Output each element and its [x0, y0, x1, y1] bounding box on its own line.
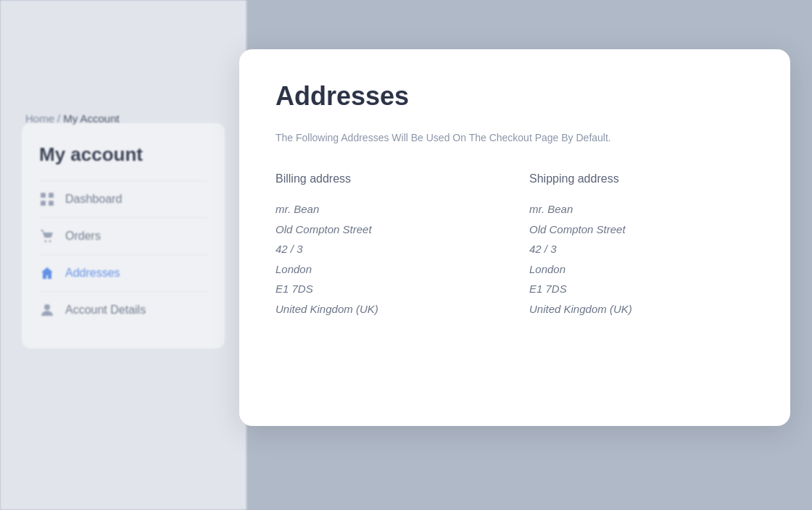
breadcrumb-current: My Account	[63, 112, 120, 125]
billing-number: 42 / 3	[276, 240, 500, 259]
modal-title: Addresses	[276, 81, 754, 112]
sidebar-title: My account	[39, 143, 207, 166]
sidebar-item-account-details[interactable]: Account Details	[39, 291, 207, 328]
person-icon	[39, 302, 55, 318]
sidebar-item-account-details-label: Account Details	[65, 304, 146, 317]
billing-postcode: E1 7DS	[276, 280, 500, 298]
sidebar-item-orders-label: Orders	[65, 230, 101, 243]
shipping-postcode: E1 7DS	[529, 280, 754, 298]
shipping-address-section: Shipping address mr. Bean Old Compton St…	[529, 172, 754, 318]
breadcrumb-separator: /	[57, 112, 60, 125]
billing-address-lines: mr. Bean Old Compton Street 42 / 3 Londo…	[276, 200, 500, 318]
basket-icon	[39, 228, 55, 244]
sidebar-item-addresses[interactable]: Addresses	[39, 254, 207, 291]
shipping-name: mr. Bean	[529, 200, 754, 219]
billing-country: United Kingdom (UK)	[276, 300, 500, 319]
addresses-modal: Addresses The Following Addresses Will B…	[239, 49, 790, 426]
billing-address-section: Billing address mr. Bean Old Compton Str…	[276, 172, 500, 318]
breadcrumb: Home / My Account	[25, 112, 120, 125]
shipping-address-lines: mr. Bean Old Compton Street 42 / 3 Londo…	[529, 200, 754, 318]
svg-rect-1	[49, 193, 54, 198]
sidebar-item-dashboard[interactable]: Dashboard	[39, 180, 207, 217]
addresses-grid: Billing address mr. Bean Old Compton Str…	[276, 172, 754, 318]
billing-name: mr. Bean	[276, 200, 500, 219]
dashboard-icon	[39, 191, 55, 207]
shipping-street: Old Compton Street	[529, 220, 754, 239]
breadcrumb-home[interactable]: Home	[25, 112, 54, 125]
modal-subtitle: The Following Addresses Will Be Used On …	[276, 132, 754, 143]
svg-rect-0	[41, 193, 46, 198]
svg-rect-3	[49, 201, 54, 206]
sidebar-item-dashboard-label: Dashboard	[65, 193, 122, 206]
billing-address-title: Billing address	[276, 172, 500, 185]
home-icon	[39, 265, 55, 281]
shipping-address-title: Shipping address	[529, 172, 754, 185]
shipping-city: London	[529, 260, 754, 279]
shipping-number: 42 / 3	[529, 240, 754, 259]
svg-point-6	[44, 304, 50, 310]
sidebar-item-addresses-label: Addresses	[65, 267, 120, 280]
svg-point-5	[49, 241, 51, 243]
svg-point-4	[45, 241, 47, 243]
shipping-country: United Kingdom (UK)	[529, 300, 754, 319]
sidebar-item-orders[interactable]: Orders	[39, 217, 207, 254]
sidebar-panel: My account Dashboard	[22, 123, 225, 348]
svg-rect-2	[41, 201, 46, 206]
billing-street: Old Compton Street	[276, 220, 500, 239]
billing-city: London	[276, 260, 500, 279]
sidebar-background: Home / My Account My account Dashboard	[0, 0, 246, 510]
